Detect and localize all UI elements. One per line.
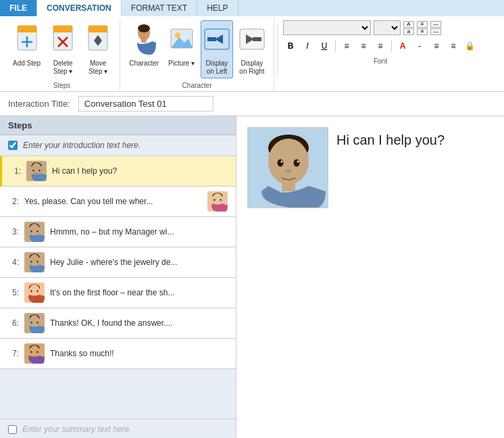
extra-button1[interactable]: — [430, 21, 441, 28]
step-3-avatar [24, 222, 45, 242]
display-right-label: Displayon Right [239, 59, 264, 76]
list-button1[interactable]: ≡ [417, 21, 428, 28]
step-6-avatar [24, 313, 45, 333]
svg-rect-9 [89, 26, 107, 32]
delete-step-icon [50, 23, 76, 58]
font-size-select[interactable] [374, 20, 401, 35]
tab-conversation[interactable]: CONVERSATION [37, 0, 122, 16]
svg-point-71 [268, 139, 309, 185]
picture-icon [169, 23, 195, 58]
display-right-icon [239, 23, 265, 58]
svg-point-65 [30, 345, 40, 357]
step-4-avatar [24, 252, 45, 272]
picture-button[interactable]: Picture ▾ [165, 20, 198, 70]
font-extra1[interactable]: - [412, 39, 427, 53]
display-left-icon [204, 23, 230, 58]
svg-point-35 [213, 199, 215, 201]
font-row2: B I U ≡ ≡ ≡ A - ≡ ≡ 🔒 [283, 39, 478, 53]
svg-point-73 [294, 160, 300, 167]
font-color-button[interactable]: A [395, 39, 410, 53]
step-5-text: It's on the first floor – near the sh... [50, 288, 228, 297]
svg-point-34 [213, 193, 223, 205]
delete-step-label: DeleteStep ▾ [53, 59, 73, 76]
svg-point-75 [297, 161, 299, 163]
interaction-title-label: Interaction Title: [8, 99, 70, 109]
svg-rect-1 [18, 26, 36, 32]
italic-button[interactable]: I [300, 39, 315, 53]
step-7[interactable]: 7: Thanks so much!! [0, 339, 236, 369]
svg-point-36 [220, 199, 221, 201]
font-family-select[interactable] [283, 20, 371, 35]
svg-point-13 [138, 24, 150, 32]
font-group-label: Font [280, 57, 480, 67]
steps-buttons: Add Step DeleteStep ▾ [9, 19, 114, 82]
intro-checkbox[interactable] [8, 141, 18, 150]
svg-point-66 [30, 351, 32, 353]
svg-rect-5 [53, 26, 72, 32]
ribbon-group-character: Character Picture ▾ [120, 19, 274, 91]
svg-point-53 [30, 285, 40, 296]
step-3[interactable]: 3: Hmmm, no – but my Manager wi... [0, 217, 236, 247]
step-6[interactable]: 6: Thanks! OK, I found the answer.... [0, 308, 236, 339]
svg-point-67 [36, 351, 38, 353]
steps-group-label: Steps [53, 82, 71, 91]
tab-format-text[interactable]: FORMAT TEXT [122, 0, 197, 16]
add-step-label: Add Step [13, 59, 41, 68]
step-4[interactable]: 4: Hey Julie - where's the jewelry de... [0, 247, 236, 278]
list-button2[interactable]: ≡ [417, 28, 428, 35]
move-step-button[interactable]: MoveStep ▾ [82, 20, 114, 78]
svg-point-55 [36, 290, 38, 292]
svg-rect-14 [141, 39, 147, 43]
summary-step[interactable]: Enter your summary text here. [0, 418, 236, 438]
extra-buttons: — — [430, 21, 441, 35]
step-4-num: 4: [8, 258, 19, 267]
ribbon-divider [277, 23, 278, 77]
character-button[interactable]: Character [126, 20, 162, 70]
size-buttons: A a [403, 21, 414, 35]
step-6-num: 6: [8, 318, 19, 328]
add-step-button[interactable]: Add Step [9, 20, 44, 70]
step-2[interactable]: 2: Yes, please. Can you tell me wher... [0, 187, 236, 217]
extra-button2[interactable]: — [430, 28, 441, 35]
svg-point-61 [36, 322, 38, 324]
svg-point-49 [36, 261, 38, 263]
align-right-button[interactable]: ≡ [373, 39, 388, 53]
summary-text: Enter your summary text here. [22, 424, 131, 434]
step-5[interactable]: 5: It's on the first floor – near the sh… [0, 278, 236, 308]
tab-bar: FILE CONVERSATION FORMAT TEXT HELP [0, 0, 504, 16]
increase-font-button[interactable]: A [403, 21, 414, 28]
preview-panel: Hi can I help you? [236, 116, 504, 438]
lock-button[interactable]: 🔒 [463, 39, 478, 53]
bold-button[interactable]: B [283, 39, 298, 53]
main-area: Steps Enter your introduction text here.… [0, 116, 504, 438]
character-buttons: Character Picture ▾ [126, 19, 268, 82]
delete-step-button[interactable]: DeleteStep ▾ [47, 20, 79, 78]
summary-checkbox[interactable] [8, 425, 17, 434]
outdent-button[interactable]: ≡ [446, 39, 461, 53]
svg-point-72 [278, 160, 284, 167]
step-1-text: Hi can I help you? [52, 166, 228, 176]
tab-help[interactable]: HELP [197, 0, 238, 16]
step-1[interactable]: 1: Hi can I help you? [0, 156, 236, 187]
step-1-avatar [26, 161, 47, 181]
svg-point-42 [30, 230, 32, 233]
intro-step[interactable]: Enter your introduction text here. [0, 135, 236, 156]
tab-file[interactable]: FILE [0, 0, 37, 16]
display-left-button[interactable]: Displayon Left [201, 20, 233, 78]
step-6-text: Thanks! OK, I found the answer.... [50, 318, 228, 328]
underline-button[interactable]: U [317, 39, 332, 53]
title-bar: Interaction Title: [0, 92, 504, 116]
display-right-button[interactable]: Displayon Right [236, 20, 268, 78]
ribbon-group-steps: Add Step DeleteStep ▾ [4, 19, 120, 91]
ribbon: Add Step DeleteStep ▾ [0, 16, 504, 92]
interaction-title-input[interactable] [78, 96, 213, 112]
svg-point-30 [39, 170, 40, 172]
display-left-label: Displayon Left [206, 59, 228, 76]
step-7-avatar [24, 343, 45, 364]
indent-button[interactable]: ≡ [429, 39, 444, 53]
decrease-font-button[interactable]: a [403, 28, 414, 35]
list-buttons: ≡ ≡ [417, 21, 428, 35]
step-5-avatar [24, 283, 45, 303]
align-center-button[interactable]: ≡ [356, 39, 371, 53]
align-left-button[interactable]: ≡ [339, 39, 354, 53]
